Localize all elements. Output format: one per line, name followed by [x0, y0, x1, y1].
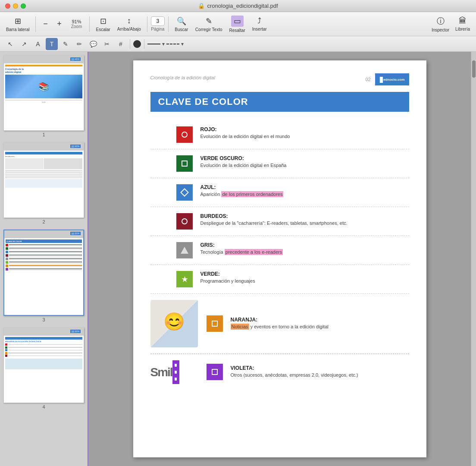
scale-button[interactable]: ⊡ Escalar: [93, 14, 113, 35]
thumb-3-badge: ||||| EDN: [70, 232, 81, 235]
right-scrollbar[interactable]: [471, 52, 476, 466]
burdeos-label: BURDEOS:: [200, 213, 409, 219]
comment-tool[interactable]: 💬: [87, 38, 99, 50]
rojo-text: ROJO: Evolución de la edición digital en…: [200, 126, 409, 140]
pencil-tool[interactable]: ✎: [60, 38, 72, 50]
sidebar-icon: ⊞: [15, 16, 21, 26]
color-item-verde-oscuro: VERDE OSCURO: Evolución de la edición di…: [150, 149, 409, 178]
rojo-label: ROJO:: [200, 126, 409, 132]
pdf-content-area[interactable]: Cronología de la edición digital 02 ||||…: [88, 52, 471, 466]
naranja-text: NARANJA: Noticias y eventos en torno a l…: [231, 317, 409, 330]
library-button[interactable]: 🏛 Librería: [453, 14, 473, 35]
zoom-minus-button[interactable]: −: [39, 14, 51, 35]
verde-oscuro-text: VERDE OSCURO: Evolución de la edición di…: [200, 155, 409, 169]
verde-oscuro-color-box: [176, 155, 193, 172]
correct-icon: ✎: [206, 16, 212, 26]
scissors-tool[interactable]: ✂: [101, 38, 113, 50]
toolbar-separator-2: [89, 16, 90, 32]
naranja-label: NARANJA:: [231, 317, 409, 323]
thumb-3-number: 3: [3, 317, 84, 322]
close-button[interactable]: [5, 3, 10, 9]
scale-icon: ⊡: [100, 16, 106, 26]
line-chevron[interactable]: ▾: [162, 41, 165, 47]
correct-text-button[interactable]: ✎ Corregir Texto: [193, 14, 225, 35]
violeta-color-box: [207, 364, 223, 380]
naranja-color-box: [207, 315, 223, 332]
lock-icon: 🔒: [198, 3, 205, 9]
pdf-page: Cronología de la edición digital 02 ||||…: [133, 60, 426, 457]
line-style: ▾: [147, 41, 165, 47]
insert-icon: ⤴: [257, 16, 261, 25]
dashed-line-sample: [166, 44, 179, 44]
color-item-azul: AZUL: Aparición de los primeros ordenado…: [150, 178, 409, 207]
zoom-label: Zoom: [71, 24, 82, 29]
verde-text: VERDE: Programación y lenguajes: [200, 271, 409, 284]
title-bar: 🔒 cronologia_ediciondigital.pdf: [0, 0, 476, 12]
thumb-2-number: 2: [3, 219, 84, 224]
hash-tool[interactable]: #: [115, 38, 127, 50]
gris-label: GRIS:: [200, 242, 409, 248]
barcode-badge: ||||||| ednocio.com: [375, 73, 409, 85]
color-item-gris: GRIS: Tecnología precedente a los e-read…: [150, 236, 409, 265]
color-item-burdeos: BURDEOS: Despliegue de la "cacharrería":…: [150, 207, 409, 236]
page-number: 02: [365, 77, 370, 82]
rojo-desc: Evolución de la edición digital en el mu…: [200, 133, 409, 140]
burdeos-desc: Despliegue de la "cacharrería": E-reader…: [200, 220, 409, 227]
highlight-button[interactable]: ▭ Resaltar: [226, 14, 247, 35]
color-item-naranja: 😊 NARANJA: Noticias y eventos en torno a…: [150, 294, 409, 354]
inspector-button[interactable]: ⓘ Inspector: [429, 14, 452, 35]
azul-text: AZUL: Aparición de los primeros ordenado…: [200, 184, 409, 198]
insert-button[interactable]: ⤴ Insertar: [250, 14, 269, 35]
page-input[interactable]: [151, 16, 165, 26]
thumbnail-sidebar[interactable]: Cronología de laedición digital 📚 Synthe…: [0, 52, 88, 466]
dash-chevron[interactable]: ▾: [181, 41, 184, 47]
search-button[interactable]: 🔍 Buscar: [172, 14, 191, 35]
burdeos-text: BURDEOS: Despliegue de la "cacharrería":…: [200, 213, 409, 227]
thumbnail-2[interactable]: Introducción ||||| EDN 2: [3, 142, 84, 224]
toolbar-separator-1: [35, 16, 36, 32]
color-item-violeta: Smil VIOLETA: Otros (sucesos, anécdotas,…: [150, 354, 409, 390]
verde-oscuro-desc: Evolución de la edición digital en Españ…: [200, 162, 409, 169]
thumbnail-4[interactable]: MÁS AÑOS DE EVOLUCIÓN TECNOLÓGICA: [3, 327, 84, 409]
page-label: Página: [151, 27, 164, 31]
zoom-plus-button[interactable]: +: [53, 14, 65, 35]
pointer-tool[interactable]: ↗: [18, 38, 30, 50]
main-toolbar: ⊞ Barra lateral − + 91% Zoom ⊡ Escalar ↕…: [0, 12, 476, 36]
ann-separator: [130, 39, 130, 49]
gris-color-box: [176, 242, 193, 258]
burdeos-color-box: [176, 213, 193, 230]
violeta-label: VIOLETA:: [231, 365, 409, 371]
draw-tool[interactable]: ✏: [73, 38, 85, 50]
text-select-tool[interactable]: A: [32, 38, 44, 50]
thumb-4-badge: ||||| EDN: [70, 330, 81, 333]
violeta-stripe: [172, 360, 179, 384]
violeta-desc: Otros (sucesos, anécdotas, empresas 2.0,…: [231, 372, 409, 378]
thumbnail-3[interactable]: CLAVE DE COLOR: [3, 230, 84, 322]
naranja-desc: Noticias y eventos en torno a la edición…: [231, 324, 409, 330]
scrollbar-thumb[interactable]: [472, 60, 476, 78]
maximize-button[interactable]: [21, 3, 26, 9]
azul-label: AZUL:: [200, 184, 409, 190]
sidebar-toggle-button[interactable]: ⊞ Barra lateral: [3, 14, 32, 35]
window-controls[interactable]: [5, 3, 26, 9]
cursor-tool[interactable]: ↖: [4, 38, 16, 50]
thumbnail-1[interactable]: Cronología de laedición digital 📚 Synthe…: [3, 55, 84, 137]
solid-line-sample: [147, 44, 160, 44]
smile-text: Smil: [150, 365, 172, 379]
zoom-minus-icon: −: [43, 19, 48, 28]
verde-desc: Programación y lenguajes: [200, 278, 409, 284]
toolbar-separator-3: [147, 16, 147, 32]
gris-text: GRIS: Tecnología precedente a los e-read…: [200, 242, 409, 255]
search-icon: 🔍: [177, 16, 186, 26]
minimize-button[interactable]: [13, 3, 18, 9]
highlight-icon: ▭: [231, 16, 244, 27]
page-header: Cronología de la edición digital 02 ||||…: [150, 73, 409, 85]
text-tool[interactable]: T: [46, 38, 58, 50]
updown-button[interactable]: ↕ Arriba/Abajo: [115, 14, 144, 35]
verde-label: VERDE:: [200, 271, 409, 277]
library-icon: 🏛: [459, 16, 467, 25]
gris-highlight: precedente a los e-readers: [225, 249, 283, 255]
color-picker[interactable]: [133, 40, 141, 48]
thumb-4-number: 4: [3, 404, 84, 409]
main-layout: Cronología de laedición digital 📚 Synthe…: [0, 52, 476, 466]
